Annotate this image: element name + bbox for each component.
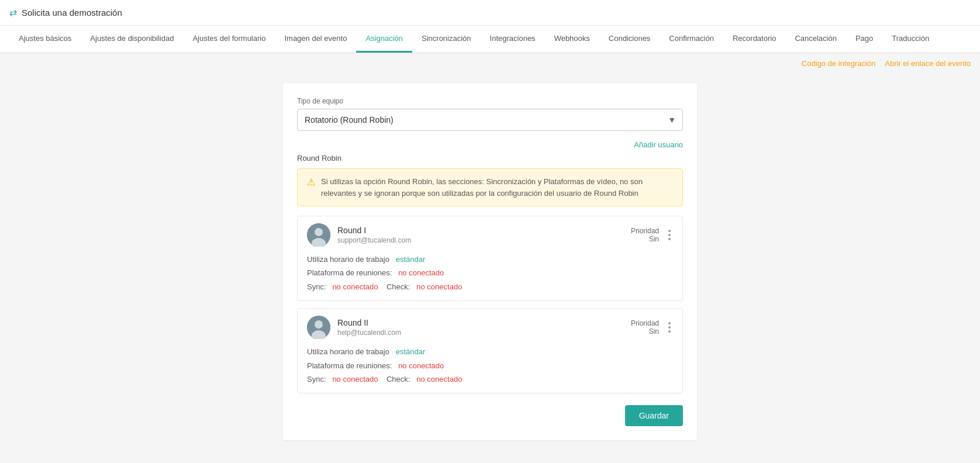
- tab-traduccion[interactable]: Traducción: [882, 26, 938, 53]
- tab-sincronizacion[interactable]: Sincronización: [412, 26, 481, 53]
- warning-box: ⚠ Si utilizas la opción Round Robin, las…: [297, 168, 683, 206]
- svg-point-4: [315, 320, 323, 329]
- user-email-1: support@tucalendi.com: [337, 236, 411, 244]
- user-row-2: Round II help@tucalendi.com Prioridad Si…: [297, 308, 683, 393]
- tab-condiciones[interactable]: Condiciones: [599, 26, 660, 53]
- avatar-1: [307, 223, 330, 247]
- page-header: ⇄ Solicita una demostración: [0, 0, 980, 26]
- user-info-1: Round I support@tucalendi.com: [307, 223, 411, 247]
- tab-ajustes-disponibilidad[interactable]: Ajustes de disponibilidad: [81, 26, 183, 53]
- tab-integraciones[interactable]: Integraciones: [481, 26, 545, 53]
- svg-point-1: [315, 228, 323, 236]
- sync-value-2[interactable]: no conectado: [332, 375, 378, 383]
- meeting-platform-value-1[interactable]: no conectado: [398, 268, 444, 277]
- user-row-top-2: Round II help@tucalendi.com Prioridad Si…: [307, 316, 673, 339]
- work-schedule-link-2[interactable]: estándar: [396, 347, 426, 356]
- team-type-select-wrapper: Rotatorio (Round Robin) Colectivo Indivi…: [297, 109, 683, 131]
- save-row: Guardar: [297, 405, 683, 426]
- tab-cancelacion[interactable]: Cancelación: [785, 26, 846, 53]
- user-details-2: Utiliza horario de trabajo estándar Plat…: [307, 345, 673, 386]
- avatar-2: [307, 316, 330, 339]
- routing-icon: ⇄: [9, 7, 17, 18]
- team-type-field: Tipo de equipo Rotatorio (Round Robin) C…: [297, 97, 683, 131]
- warning-text: Si utilizas la opción Round Robin, las s…: [321, 176, 673, 199]
- check-value-2[interactable]: no conectado: [416, 375, 462, 383]
- user-name-2: Round II: [337, 318, 401, 327]
- tab-webhooks[interactable]: Webhooks: [545, 26, 599, 53]
- user-row-top-1: Round I support@tucalendi.com Prioridad …: [307, 223, 673, 247]
- user-row-1: Round I support@tucalendi.com Prioridad …: [297, 216, 683, 301]
- meeting-platform-value-2[interactable]: no conectado: [398, 361, 444, 370]
- open-event-link[interactable]: Abrir el enlace del evento: [885, 59, 971, 68]
- priority-section-2: Prioridad Sin: [631, 319, 673, 336]
- warning-icon: ⚠: [307, 177, 315, 199]
- work-schedule-link-1[interactable]: estándar: [396, 255, 426, 264]
- user-name-email-1: Round I support@tucalendi.com: [337, 226, 411, 244]
- user-email-2: help@tucalendi.com: [337, 329, 401, 337]
- action-bar: Codigo de integración Abrir el enlace de…: [0, 53, 980, 74]
- save-button[interactable]: Guardar: [625, 405, 683, 426]
- more-options-1[interactable]: [666, 227, 673, 243]
- sync-value-1[interactable]: no conectado: [332, 282, 378, 291]
- user-details-1: Utiliza horario de trabajo estándar Plat…: [307, 253, 673, 293]
- tab-asignacion[interactable]: Asignación: [356, 26, 412, 53]
- user-name-email-2: Round II help@tucalendi.com: [337, 318, 401, 337]
- main-content: Tipo de equipo Rotatorio (Round Robin) C…: [274, 74, 706, 450]
- round-robin-title: Round Robin: [297, 154, 683, 163]
- integration-code-link[interactable]: Codigo de integración: [802, 59, 875, 68]
- priority-label-2: Prioridad Sin: [631, 319, 659, 336]
- add-user-row: Añadir usuario: [297, 140, 683, 149]
- tab-ajustes-basicos[interactable]: Ajustes básicos: [9, 26, 81, 53]
- user-name-1: Round I: [337, 226, 411, 235]
- assignment-card: Tipo de equipo Rotatorio (Round Robin) C…: [283, 83, 697, 440]
- check-value-1[interactable]: no conectado: [416, 282, 462, 291]
- user-info-2: Round II help@tucalendi.com: [307, 316, 401, 339]
- team-type-label: Tipo de equipo: [297, 97, 683, 105]
- tab-recordatorio[interactable]: Recordatorio: [723, 26, 785, 53]
- tab-pago[interactable]: Pago: [846, 26, 882, 53]
- priority-label-1: Prioridad Sin: [631, 227, 659, 243]
- tab-confirmacion[interactable]: Confirmación: [660, 26, 723, 53]
- round-robin-section: Round Robin ⚠ Si utilizas la opción Roun…: [297, 154, 683, 393]
- add-user-link[interactable]: Añadir usuario: [634, 140, 683, 149]
- tab-imagen-evento[interactable]: Imagen del evento: [275, 26, 356, 53]
- nav-tabs: Ajustes básicos Ajustes de disponibilida…: [0, 26, 980, 53]
- more-options-2[interactable]: [666, 320, 673, 335]
- priority-section-1: Prioridad Sin: [631, 227, 673, 243]
- page-title: Solicita una demostración: [22, 8, 122, 18]
- team-type-select[interactable]: Rotatorio (Round Robin) Colectivo Indivi…: [297, 109, 683, 131]
- tab-ajustes-formulario[interactable]: Ajustes del formulario: [183, 26, 275, 53]
